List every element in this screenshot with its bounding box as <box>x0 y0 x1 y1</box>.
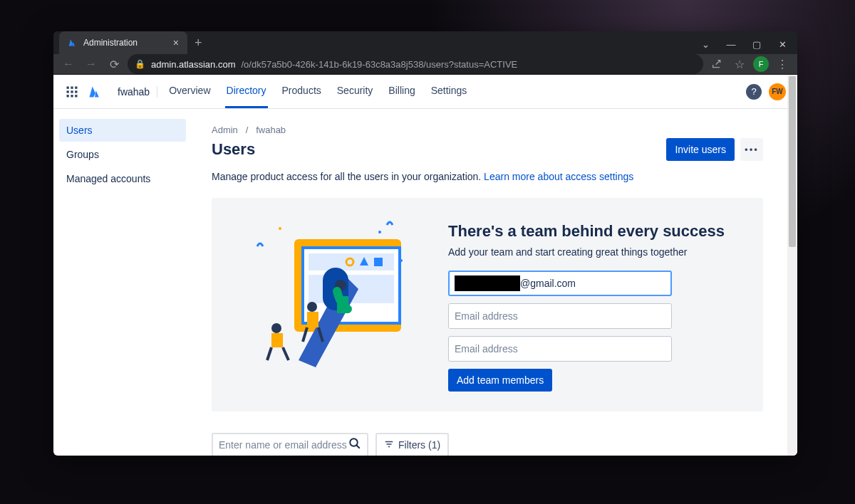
topnav-tabs: Overview Directory Products Security Bil… <box>167 75 468 108</box>
svg-rect-0 <box>67 86 69 88</box>
tab-products[interactable]: Products <box>281 75 323 108</box>
tab-security[interactable]: Security <box>336 75 375 108</box>
filter-row: Filters (1) <box>212 433 763 456</box>
maximize-button[interactable]: ▢ <box>745 34 769 54</box>
page-title: Users <box>212 140 255 159</box>
share-icon[interactable] <box>708 55 726 73</box>
svg-point-9 <box>279 227 281 230</box>
add-team-members-button[interactable]: Add team members <box>448 369 552 392</box>
app-switcher-icon[interactable] <box>65 85 79 99</box>
browser-window: Administration × + ⌄ — ▢ ✕ ← → ⟳ 🔒 admin… <box>53 31 797 456</box>
svg-rect-7 <box>71 95 73 97</box>
tab-overview[interactable]: Overview <box>167 75 212 108</box>
svg-point-23 <box>307 302 317 312</box>
url-path: /o/dk57a5b0-426k-141b-6k19-63c8a3a8j538/… <box>242 59 518 70</box>
svg-rect-1 <box>71 86 73 88</box>
svg-rect-5 <box>75 90 77 93</box>
filter-icon <box>384 439 394 451</box>
email-input-1[interactable]: @gmail.com <box>448 271 672 296</box>
svg-point-25 <box>271 323 281 333</box>
svg-rect-24 <box>307 312 318 327</box>
app-topnav: fwahab Overview Directory Products Secur… <box>53 75 797 109</box>
sidebar-item-groups[interactable]: Groups <box>59 143 186 166</box>
main-panel: Admin / fwahab Users Invite users ••• Ma… <box>192 109 797 456</box>
learn-more-link[interactable]: Learn more about access settings <box>484 171 633 182</box>
browser-profile-avatar[interactable]: F <box>753 56 769 72</box>
sidebar-item-managed-accounts[interactable]: Managed accounts <box>59 167 186 190</box>
page-content: fwahab Overview Directory Products Secur… <box>53 75 797 456</box>
help-icon[interactable]: ? <box>746 84 762 100</box>
tab-settings[interactable]: Settings <box>430 75 469 108</box>
invite-users-button[interactable]: Invite users <box>666 138 735 161</box>
tab-close-icon[interactable]: × <box>173 37 179 48</box>
user-search-input[interactable] <box>212 433 368 456</box>
svg-rect-4 <box>71 90 73 93</box>
svg-rect-6 <box>67 95 69 97</box>
search-icon[interactable] <box>348 437 361 453</box>
bookmark-star-icon[interactable]: ☆ <box>730 55 749 73</box>
reload-button[interactable]: ⟳ <box>105 55 123 73</box>
svg-rect-26 <box>271 333 283 347</box>
scrollbar-thumb[interactable] <box>789 76 796 247</box>
card-subtitle: Add your team and start creating great t… <box>448 246 737 258</box>
browser-toolbar: ← → ⟳ 🔒 admin.atlassian.com/o/dk57a5b0-4… <box>53 54 797 75</box>
lock-icon: 🔒 <box>135 59 145 69</box>
page-description: Manage product access for all the users … <box>212 171 763 182</box>
svg-rect-8 <box>75 95 77 97</box>
user-avatar[interactable]: FW <box>769 83 786 100</box>
email-input-3[interactable] <box>448 336 672 362</box>
svg-point-27 <box>350 439 358 446</box>
tab-directory[interactable]: Directory <box>225 75 268 108</box>
atlassian-favicon <box>68 38 78 48</box>
tab-strip: Administration × + ⌄ — ▢ ✕ <box>53 31 797 54</box>
email-input-2[interactable] <box>448 303 672 329</box>
svg-rect-2 <box>75 86 77 88</box>
svg-point-10 <box>378 231 381 233</box>
forward-button[interactable]: → <box>82 55 100 73</box>
filters-button[interactable]: Filters (1) <box>375 433 449 456</box>
browser-menu-icon[interactable]: ⋮ <box>773 55 792 73</box>
more-actions-button[interactable]: ••• <box>740 138 763 161</box>
tab-billing[interactable]: Billing <box>387 75 416 108</box>
app-body: Users Groups Managed accounts Admin / fw… <box>53 109 797 456</box>
window-controls: ⌄ — ▢ ✕ <box>693 31 794 57</box>
new-tab-button[interactable]: + <box>187 36 209 51</box>
browser-tab[interactable]: Administration × <box>59 31 187 54</box>
scrollbar[interactable] <box>787 75 797 456</box>
tab-title: Administration <box>83 38 138 48</box>
atlassian-logo-icon[interactable] <box>88 85 102 99</box>
sidebar-item-users[interactable]: Users <box>59 119 186 142</box>
breadcrumb: Admin / fwahab <box>212 125 763 135</box>
team-illustration <box>237 218 423 374</box>
redacted-email-prefix <box>455 275 520 291</box>
onboarding-card: There's a team behind every success Add … <box>212 198 763 411</box>
address-bar[interactable]: 🔒 admin.atlassian.com/o/dk57a5b0-426k-14… <box>128 54 703 74</box>
breadcrumb-leaf[interactable]: fwahab <box>256 125 286 135</box>
svg-rect-3 <box>67 90 69 93</box>
card-title: There's a team behind every success <box>448 222 737 241</box>
minimize-button[interactable]: — <box>719 34 743 54</box>
dropdown-icon[interactable]: ⌄ <box>693 34 717 54</box>
url-host: admin.atlassian.com <box>151 59 236 70</box>
back-button[interactable]: ← <box>59 55 78 73</box>
close-window-button[interactable]: ✕ <box>770 34 794 54</box>
breadcrumb-root[interactable]: Admin <box>212 125 238 135</box>
sidebar: Users Groups Managed accounts <box>53 109 192 456</box>
svg-rect-17 <box>374 258 383 266</box>
org-name[interactable]: fwahab <box>110 86 157 98</box>
svg-rect-22 <box>337 296 348 313</box>
